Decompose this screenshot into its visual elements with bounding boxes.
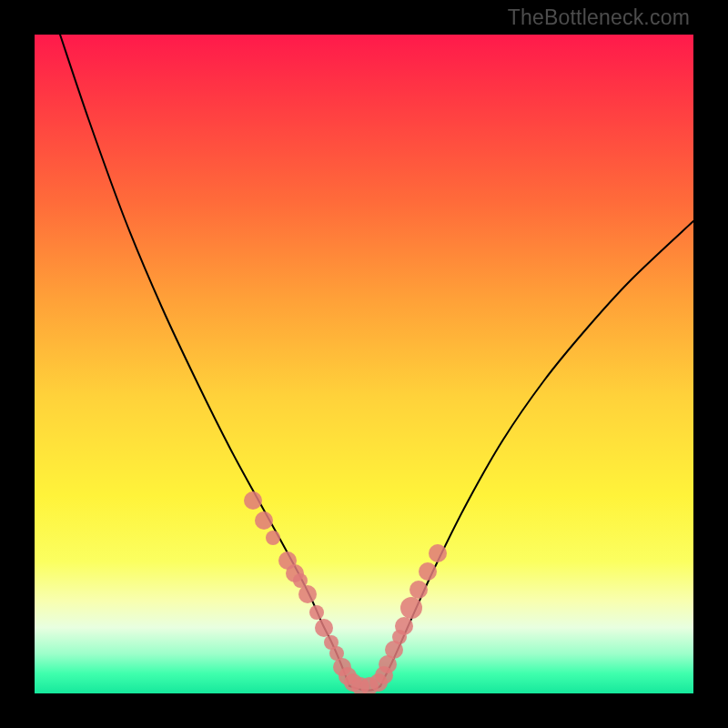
- data-point: [244, 491, 262, 510]
- data-point: [315, 619, 333, 637]
- data-point: [309, 605, 324, 620]
- data-point: [400, 597, 422, 619]
- chart-svg: [35, 35, 693, 693]
- data-point: [410, 581, 428, 599]
- data-point: [429, 544, 447, 562]
- data-point: [255, 511, 273, 530]
- data-point: [419, 562, 437, 581]
- data-point: [375, 666, 393, 684]
- curve-lines: [60, 35, 693, 691]
- data-point: [298, 585, 317, 603]
- watermark-text: TheBottleneck.com: [508, 5, 690, 30]
- chart-frame: TheBottleneck.com: [0, 0, 728, 728]
- data-dots: [244, 491, 447, 693]
- data-point: [266, 531, 280, 545]
- curve-right-curve: [380, 221, 693, 686]
- plot-area: [35, 35, 693, 693]
